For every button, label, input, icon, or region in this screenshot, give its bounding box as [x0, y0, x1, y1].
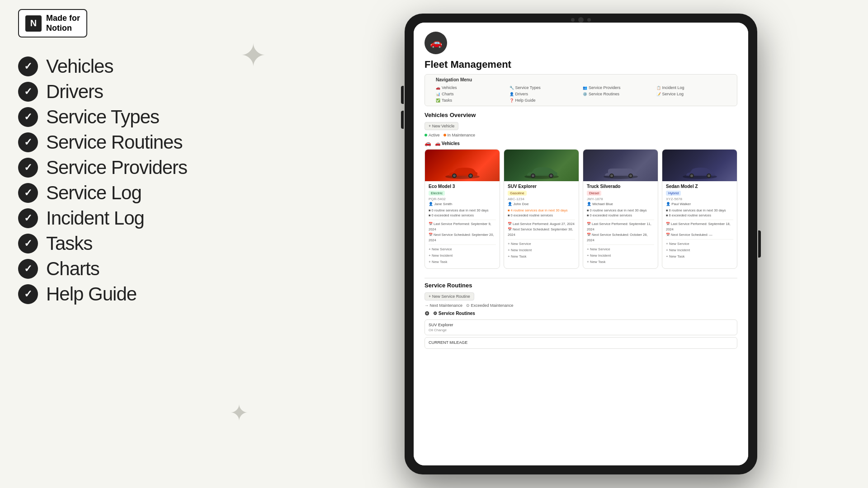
- right-panel: 🚗 Fleet Management Navigation Menu 🚗Vehi…: [294, 0, 868, 488]
- vehicles-grid: Eco Model 3 Electric PQR-5402 👤 Jane Smi…: [425, 149, 737, 269]
- routines-subsection-label: ⚙ ⚙ Service Routines: [425, 310, 737, 317]
- nav-item-service-routines[interactable]: ⚙️Service Routines: [583, 91, 653, 97]
- new-routine-button[interactable]: + New Service Routine: [425, 292, 474, 300]
- nav-item-service-log[interactable]: 📝Service Log: [656, 91, 726, 97]
- vehicle-alerts: ■ 8 routine services due in next 30 days…: [666, 208, 733, 218]
- check-icon-incident-log: [18, 208, 38, 228]
- maintenance-dot: [443, 134, 446, 136]
- vehicle-name: SUV Explorer: [508, 184, 575, 189]
- nav-item-service-providers[interactable]: 👥Service Providers: [583, 85, 653, 90]
- vehicle-alerts: ■ 0 routine services due in next 30 days…: [429, 208, 496, 218]
- vehicle-card-truck-silverado: Truck Silverado Diesel JMY-1878 👤 Michae…: [583, 149, 658, 269]
- vehicle-driver: 👤 Jane Smith: [429, 202, 496, 206]
- vehicle-actions: + New Service+ New Incident+ New Task: [666, 239, 733, 260]
- nav-item-incident-log[interactable]: 📋Incident Log: [656, 85, 726, 90]
- svg-point-3: [453, 174, 456, 177]
- nav-item-charts[interactable]: 📊Charts: [436, 91, 506, 97]
- routine-item: CURRENT MILEAGE: [425, 337, 737, 349]
- svg-point-18: [690, 174, 693, 177]
- menu-item-vehicles[interactable]: Vehicles: [18, 56, 276, 77]
- menu-list: Vehicles Drivers Service Types Service R…: [18, 56, 276, 305]
- filter-maintenance: In Maintenance: [443, 133, 476, 137]
- vehicle-driver: 👤 Paul Walker: [666, 202, 733, 206]
- vehicle-info: Eco Model 3 Electric PQR-5402 👤 Jane Smi…: [425, 181, 500, 268]
- routine-name: SUV Explorer: [429, 323, 733, 327]
- star-decoration-top: ✦: [240, 36, 267, 72]
- nav-title: Navigation Menu: [436, 77, 726, 82]
- notion-content[interactable]: 🚗 Fleet Management Navigation Menu 🚗Vehi…: [414, 23, 748, 465]
- vehicle-card-sedan-model-z: Sedan Model Z Hybrid XYZ-5678 👤 Paul Wal…: [662, 149, 737, 269]
- check-icon-drivers: [18, 82, 38, 102]
- menu-item-charts[interactable]: Charts: [18, 258, 276, 280]
- vehicle-image: [662, 150, 737, 181]
- tablet-screen: 🚗 Fleet Management Navigation Menu 🚗Vehi…: [414, 23, 748, 465]
- menu-item-service-providers[interactable]: Service Providers: [18, 157, 276, 178]
- vehicle-id: JMY-1878: [587, 197, 654, 201]
- menu-item-service-log[interactable]: Service Log: [18, 182, 276, 204]
- nav-item-help-guide[interactable]: ❓Help Guide: [509, 98, 580, 103]
- routine-filters: → Next Maintenance ⊙ Exceeded Maintenanc…: [425, 303, 737, 308]
- routines-section-title: Service Routines: [425, 282, 737, 289]
- notion-badge-text: Made for Notion: [46, 14, 80, 33]
- nav-grid: 🚗Vehicles🔧Service Types👥Service Provider…: [436, 85, 726, 103]
- menu-item-help-guide[interactable]: Help Guide: [18, 283, 276, 305]
- menu-label-service-providers: Service Providers: [46, 157, 187, 178]
- vehicles-section: Vehicles Overview + New Vehicle Active I…: [414, 112, 748, 274]
- vehicle-alerts: ■ 4 routine services due in next 30 days…: [508, 208, 575, 218]
- star-decoration-bottom: ✦: [230, 400, 249, 425]
- menu-item-service-types[interactable]: Service Types: [18, 106, 276, 128]
- vehicle-dates: 📅 Last Service Performed: August 27, 202…: [508, 220, 575, 238]
- nav-item-tasks[interactable]: ✅Tasks: [436, 98, 506, 103]
- menu-label-vehicles: Vehicles: [46, 56, 113, 77]
- svg-point-8: [532, 174, 534, 177]
- menu-label-charts: Charts: [46, 258, 99, 280]
- routine-name: CURRENT MILEAGE: [429, 340, 733, 345]
- vehicle-status-badge: Gasoline: [508, 191, 527, 196]
- vehicle-alerts: ■ 0 routine services due in next 30 days…: [587, 208, 654, 218]
- menu-label-incident-log: Incident Log: [46, 207, 144, 229]
- check-icon-vehicles: [18, 56, 38, 76]
- check-icon-service-types: [18, 107, 38, 127]
- menu-label-service-routines: Service Routines: [46, 131, 182, 153]
- check-icon-service-providers: [18, 158, 38, 178]
- vehicle-dates: 📅 Last Service Performed: September 11, …: [587, 220, 654, 243]
- menu-item-service-routines[interactable]: Service Routines: [18, 131, 276, 153]
- nav-item-vehicles[interactable]: 🚗Vehicles: [436, 85, 506, 90]
- vehicles-section-title: Vehicles Overview: [425, 112, 737, 118]
- check-icon-charts: [18, 259, 38, 279]
- vehicle-id: XYZ-5678: [666, 197, 733, 201]
- menu-item-tasks[interactable]: Tasks: [18, 233, 276, 254]
- vehicle-image: [504, 150, 579, 181]
- vehicle-actions: + New Service+ New Incident+ New Task: [587, 244, 654, 266]
- vehicle-name: Truck Silverado: [587, 184, 654, 189]
- routines-section: Service Routines + New Service Routine →…: [414, 282, 748, 354]
- vehicle-card-suv-explorer: SUV Explorer Gasoline ABC-1234 👤 John Do…: [504, 149, 579, 269]
- menu-label-tasks: Tasks: [46, 233, 92, 254]
- vehicle-id: PQR-5402: [429, 197, 496, 201]
- navigation-menu: Navigation Menu 🚗Vehicles🔧Service Types👥…: [425, 74, 737, 106]
- nav-item-service-types[interactable]: 🔧Service Types: [509, 85, 580, 90]
- section-divider: [425, 278, 737, 278]
- routine-detail: Oil Change: [429, 328, 733, 332]
- vehicle-dates: 📅 Last Service Performed: September 18, …: [666, 220, 733, 238]
- svg-point-14: [629, 174, 632, 177]
- vehicle-card-eco-model-3: Eco Model 3 Electric PQR-5402 👤 Jane Smi…: [425, 149, 500, 269]
- active-dot: [425, 134, 427, 136]
- vehicle-driver: 👤 Michael Blue: [587, 202, 654, 206]
- nav-item-drivers[interactable]: 👤Drivers: [509, 91, 580, 97]
- left-panel: N Made for Notion ✦ Vehicles Drivers Ser…: [0, 0, 294, 488]
- menu-item-incident-log[interactable]: Incident Log: [18, 207, 276, 229]
- check-icon-service-log: [18, 183, 38, 203]
- menu-label-service-log: Service Log: [46, 182, 142, 204]
- notion-badge: N Made for Notion: [18, 9, 87, 38]
- page-title: Fleet Management: [414, 59, 748, 70]
- camera-dot-1: [571, 18, 575, 22]
- vehicle-info: Truck Silverado Diesel JMY-1878 👤 Michae…: [583, 181, 658, 268]
- new-vehicle-button[interactable]: + New Vehicle: [425, 122, 458, 130]
- check-icon-help-guide: [18, 284, 38, 304]
- svg-point-19: [708, 174, 710, 177]
- tablet-volume-down: [401, 111, 404, 129]
- vehicle-image: [583, 150, 658, 181]
- vehicle-name: Eco Model 3: [429, 184, 496, 189]
- menu-item-drivers[interactable]: Drivers: [18, 81, 276, 103]
